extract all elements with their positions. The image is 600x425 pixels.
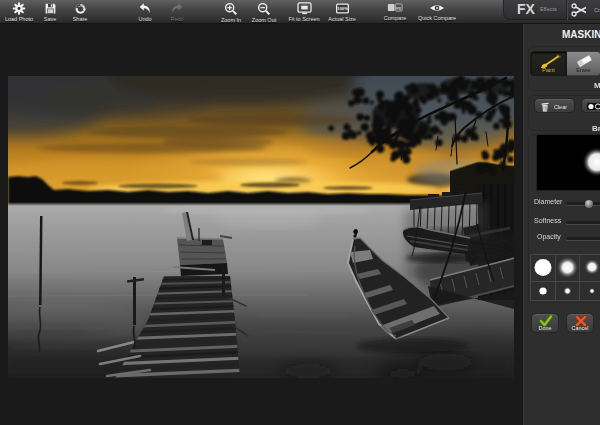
svg-text:FX: FX xyxy=(396,6,401,11)
svg-text:100%: 100% xyxy=(337,6,348,11)
